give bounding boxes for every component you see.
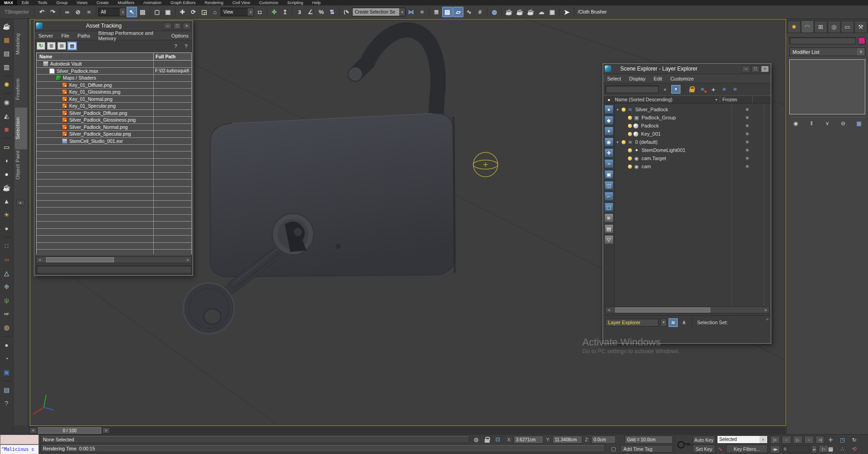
- explorer-mode-dropdown[interactable]: Layer Explorer: [605, 319, 659, 326]
- menu-group[interactable]: Group: [52, 0, 72, 5]
- menu-options[interactable]: Options: [167, 33, 193, 38]
- pin-stack-button[interactable]: ◉: [790, 119, 801, 128]
- column-full-path[interactable]: Full Path: [153, 53, 191, 60]
- layer-manager-icon[interactable]: ≣: [431, 7, 442, 17]
- menu-customize[interactable]: Customize: [255, 0, 283, 5]
- isolate-selection-icon[interactable]: ◍: [472, 435, 480, 444]
- unlink-selection-icon[interactable]: ⊘: [73, 7, 83, 17]
- menu-tools[interactable]: Tools: [33, 0, 52, 5]
- menu-help[interactable]: Help: [307, 0, 325, 5]
- horizontal-scrollbar[interactable]: < >: [605, 307, 769, 313]
- absolute-mode-icon[interactable]: ⊡: [494, 435, 502, 444]
- table-row[interactable]: Silver_Padlock_Specular.png: [37, 131, 191, 138]
- tab-create[interactable]: ✸: [788, 21, 801, 33]
- mirror-icon[interactable]: ⋈: [406, 7, 416, 17]
- select-and-move-icon[interactable]: ✚: [177, 7, 188, 17]
- table-row[interactable]: Key_01_Glossiness.png: [37, 89, 191, 96]
- menu-display[interactable]: Display: [625, 76, 650, 81]
- close-button[interactable]: ×: [183, 23, 191, 29]
- light-bulb-icon[interactable]: ✺: [2, 80, 12, 90]
- column-frozen[interactable]: Frozen: [720, 96, 752, 103]
- bulb-icon[interactable]: [628, 156, 632, 161]
- toggle-scene-explorer-icon[interactable]: ▤: [442, 7, 453, 17]
- hierarchy-mode-icon[interactable]: ⋔: [679, 318, 689, 327]
- menu-graph-editors[interactable]: Graph Editors: [166, 0, 200, 5]
- make-unique-button[interactable]: ⋎: [822, 119, 833, 128]
- named-selection-dropdown[interactable]: Create Selection Se∨: [352, 8, 406, 16]
- maximize-button[interactable]: □: [173, 23, 181, 29]
- cone-icon[interactable]: ▲: [2, 196, 12, 206]
- edit-named-selection-sets-icon[interactable]: {✎: [341, 7, 352, 17]
- table-row[interactable]: Autodesk Vault: [37, 61, 191, 68]
- chevron-down-icon[interactable]: ∨: [248, 8, 254, 16]
- next-frame-arrow[interactable]: >: [102, 427, 110, 434]
- time-slider-thumb[interactable]: 0 / 100: [38, 427, 101, 434]
- tab-utilities[interactable]: ⚒: [854, 21, 868, 33]
- coin-icon[interactable]: ◍: [2, 322, 12, 332]
- scene-explorer-window[interactable]: Scene Explorer - Layer Explorer – □ × Se…: [603, 63, 771, 344]
- display-xrefs-icon[interactable]: ◫: [604, 181, 613, 190]
- collapse-icon[interactable]: ▼: [615, 141, 620, 144]
- frozen-toggle[interactable]: ✳: [745, 156, 749, 161]
- orbit-icon[interactable]: ↻: [849, 435, 859, 445]
- table-row[interactable]: Key_01_Normal.png: [37, 96, 191, 103]
- tab-hierarchy[interactable]: ⊞: [814, 21, 827, 33]
- redo-icon[interactable]: ↷: [47, 7, 58, 17]
- maxscript-listener-field[interactable]: "Malicious s: [0, 445, 39, 454]
- tab-modify[interactable]: ◠: [801, 21, 814, 33]
- menu-civil-view[interactable]: Civil View: [228, 0, 255, 5]
- tab-motion[interactable]: ◎: [828, 21, 841, 33]
- list-item[interactable]: ◉cam✳: [615, 162, 771, 170]
- asset-tracking-window[interactable]: Asset Tracking – □ × Server File Paths B…: [34, 20, 193, 276]
- curve-editor-icon[interactable]: ∿: [464, 7, 474, 17]
- key-filters-button[interactable]: Key Filters...: [726, 445, 768, 453]
- menu-modifiers[interactable]: Modifiers: [113, 0, 139, 5]
- menu-views[interactable]: Views: [72, 0, 92, 5]
- close-button[interactable]: ×: [761, 66, 769, 72]
- snaps-toggle-icon[interactable]: 3: [294, 7, 305, 17]
- select-object-icon[interactable]: ↖: [127, 7, 137, 17]
- help-icon[interactable]: ?: [182, 42, 190, 50]
- ribbon-minimize-button[interactable]: ▾: [16, 200, 24, 206]
- display-sort-icon[interactable]: ▽: [604, 235, 613, 244]
- frozen-toggle[interactable]: ✳: [745, 139, 749, 145]
- light-lister-icon[interactable]: ▤: [2, 48, 12, 58]
- display-bones-icon[interactable]: ⌐: [604, 192, 613, 201]
- list-item[interactable]: ◉cam.Target✳: [615, 154, 771, 162]
- menu-animation[interactable]: Animation: [139, 0, 166, 5]
- table-row[interactable]: Silver_Padlock_Normal.png: [37, 124, 191, 131]
- gizmo-icon[interactable]: △: [2, 268, 12, 278]
- table-row[interactable]: Key_01_Specular.png: [37, 103, 191, 110]
- selection-filter-dropdown[interactable]: All∨: [98, 8, 126, 16]
- zoom-extents-icon[interactable]: ◳: [837, 435, 848, 445]
- selection-lock-icon[interactable]: [483, 435, 491, 444]
- chevron-down-icon[interactable]: ∨: [120, 8, 126, 16]
- cloud-render-icon[interactable]: ☁: [536, 7, 547, 17]
- add-time-tag-button[interactable]: Add Time Tag: [620, 445, 673, 453]
- previous-frame-button[interactable]: ‹: [782, 436, 791, 444]
- filter-icon[interactable]: ▼: [671, 85, 680, 94]
- display-shapes-icon[interactable]: ◆: [604, 116, 613, 125]
- hide-layers-icon[interactable]: ≋: [698, 85, 707, 94]
- sphere-gray-icon[interactable]: ●: [2, 340, 12, 350]
- table-row[interactable]: StemCell_Studio_001.exr: [37, 138, 191, 145]
- list-item[interactable]: ▣Padlock_Group✳: [615, 114, 771, 122]
- menu-bitmap-performance[interactable]: Bitmap Performance and Memory: [94, 30, 167, 41]
- scroll-left-icon[interactable]: <: [606, 308, 613, 312]
- use-pivot-center-icon[interactable]: ◘: [255, 7, 265, 17]
- rectangular-selection-icon[interactable]: ▢: [152, 7, 162, 17]
- macro-recorder-field[interactable]: [0, 435, 39, 445]
- hf-icon[interactable]: HF: [2, 309, 12, 319]
- angle-snap-icon[interactable]: ∠: [305, 7, 316, 17]
- tab-display[interactable]: ▭: [841, 21, 854, 33]
- auto-key-button[interactable]: Auto Key: [693, 435, 715, 444]
- sphere-light-icon[interactable]: ●: [2, 169, 12, 179]
- object-name-field[interactable]: [789, 37, 856, 44]
- film-camera-icon[interactable]: ◙: [2, 124, 12, 134]
- maximize-button[interactable]: □: [751, 66, 760, 72]
- display-lights-icon[interactable]: ✦: [604, 127, 613, 136]
- key-curve-icon[interactable]: ∿: [716, 445, 724, 453]
- window-crossing-icon[interactable]: ▣: [163, 7, 173, 17]
- bulb-icon[interactable]: [628, 132, 632, 136]
- chevron-down-icon[interactable]: ▼: [715, 98, 720, 101]
